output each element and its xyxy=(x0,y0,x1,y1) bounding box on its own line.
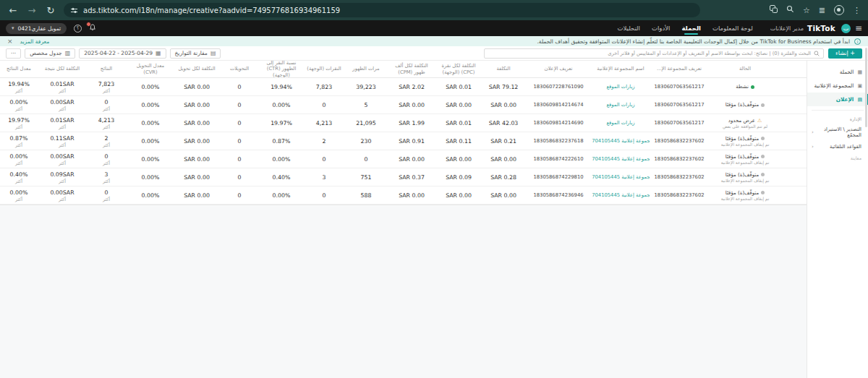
tiktok-ads-manager-screen: ← → ↻ ads.tiktok.com/i18n/manage/creativ… xyxy=(0,0,868,378)
sidebar-tool-item[interactable]: التصدير \ الاستيراد المجمّع‹ xyxy=(807,124,868,141)
ad-group-link[interactable]: مجموعة إعلانية 2704105445 xyxy=(592,192,650,198)
more-link[interactable]: أكثر xyxy=(103,124,110,129)
more-link[interactable]: أكثر xyxy=(15,160,22,166)
site-settings-icon[interactable] xyxy=(71,7,77,14)
cell-results: 0أكثر xyxy=(85,186,127,204)
more-link[interactable]: أكثر xyxy=(15,197,22,202)
adgroup-icon: ▣ xyxy=(857,83,862,89)
cell-results: 4,213أكثر xyxy=(85,114,127,132)
more-link[interactable]: أكثر xyxy=(59,197,66,202)
more-link[interactable]: أكثر xyxy=(15,88,22,93)
more-link[interactable]: أكثر xyxy=(15,106,22,111)
menu-kebab-icon[interactable]: ⋮ xyxy=(853,6,861,15)
translate-icon[interactable] xyxy=(770,5,778,15)
cost-value: SAR 79.12 xyxy=(489,84,519,90)
tab-active[interactable]: الحملة xyxy=(681,21,701,35)
more-link[interactable]: أكثر xyxy=(103,142,110,147)
vertical-scrollbar[interactable] xyxy=(865,48,867,127)
column-header-cost_per_result[interactable]: التكلفة لكل نتيجة xyxy=(39,61,85,77)
toolbar-left-cluster: ▤ مقارنة التواريخ ▦ 2025-04-22 - 2025-04… xyxy=(6,48,221,59)
browser-forward-icon[interactable]: → xyxy=(26,5,38,16)
column-header-ctr[interactable]: نسبة النقر إلى الظهور (CTR) (الوجهة) xyxy=(259,61,304,77)
ad-group-link[interactable]: مجموعة إعلانية 2704105445 xyxy=(592,138,650,144)
cell-cvr: 0.00% xyxy=(127,114,174,132)
hamburger-menu-icon[interactable]: ≡ xyxy=(855,23,862,33)
compare-dates-button[interactable]: ▤ مقارنة التواريخ xyxy=(170,48,221,59)
sidebar-item[interactable]: ▦الحملة xyxy=(807,65,868,79)
column-header-ad_id[interactable]: تعريف الإعلان xyxy=(525,61,592,77)
more-link[interactable]: أكثر xyxy=(15,179,22,184)
search-input[interactable] xyxy=(488,51,811,56)
more-link[interactable]: أكثر xyxy=(59,179,66,184)
table-row[interactable]: 22:54:45 2025-27-0متوقّف(ة) مؤقتًاتم إيق… xyxy=(0,168,868,186)
cell-conversions: 0 xyxy=(220,150,259,168)
column-header-status[interactable]: الحالة xyxy=(709,61,781,77)
tab-item[interactable]: الأدوات xyxy=(652,21,670,35)
ad-group-link[interactable]: زيارات الموقع xyxy=(606,84,634,90)
tab-item[interactable]: التحليلات xyxy=(618,21,640,35)
table-row[interactable]: فئن-3نشطة1830607063561217زيارات الموقع18… xyxy=(0,78,868,96)
column-header-group_name[interactable]: اسم المجموعة الإعلانية xyxy=(592,61,650,77)
ad-group-link[interactable]: مجموعة إعلانية 2704105445 xyxy=(592,156,650,162)
browser-reload-icon[interactable]: ↻ xyxy=(45,5,56,16)
more-link[interactable]: أكثر xyxy=(103,197,110,202)
address-bar[interactable]: ads.tiktok.com/i18n/manage/creative?aadv… xyxy=(64,3,700,17)
ad-group-link[interactable]: زيارات الموقع xyxy=(606,102,634,108)
more-link[interactable]: أكثر xyxy=(59,142,66,147)
column-header-result_rate[interactable]: معدل النتائج xyxy=(0,61,39,77)
more-link[interactable]: أكثر xyxy=(59,160,66,166)
table-row[interactable]: 22:54:45 2025-27-0متوقّف(ة) مؤقتًاتم إيق… xyxy=(0,186,868,205)
sidebar-item[interactable]: ▣المجموعة الإعلانية xyxy=(807,79,868,93)
custom-table-button[interactable]: ▥ جدول مخصص xyxy=(25,48,75,59)
table-toolbar: + إنشاء ▤ مقارنة التواريخ ▦ 2025-04-22 -… xyxy=(0,46,868,61)
column-header-clicks[interactable]: النقرات (الوجهة) xyxy=(304,61,344,77)
tab-item[interactable]: لوحة المعلومات xyxy=(712,21,753,35)
account-switcher[interactable]: تمويل عقاري0421 ▾ xyxy=(6,23,67,34)
table-row[interactable]: 22:54:45 2025-27-0متوقّف(ة) مؤقتًاتم إيق… xyxy=(0,150,868,168)
cell-status: متوقّف(ة) مؤقتًاتم إيقاف المجموعة الإعلا… xyxy=(709,132,781,150)
bookmark-star-icon[interactable]: ☆ xyxy=(803,6,810,15)
learn-more-link[interactable]: معرفة المزيد xyxy=(20,38,50,45)
more-link[interactable]: أكثر xyxy=(103,106,110,111)
column-header-cost_per_conversion[interactable]: التكلفة لكل تحويل xyxy=(174,61,220,77)
clicks-value: 2 xyxy=(323,138,326,145)
cell-ad_id: 1830586874222610 xyxy=(525,150,592,168)
column-header-results[interactable]: النتائج xyxy=(85,61,127,77)
browser-back-icon[interactable]: ← xyxy=(7,5,19,16)
column-header-conversions[interactable]: التحويلات xyxy=(220,61,259,77)
column-header-cvr[interactable]: معدل التحويل (CVR) xyxy=(127,61,174,77)
more-link[interactable]: أكثر xyxy=(15,142,22,147)
column-header-cpm[interactable]: التكلفة لكل ألف ظهور (CPM) xyxy=(388,61,435,77)
more-link[interactable]: أكثر xyxy=(59,88,66,93)
media-list-icon[interactable]: ≣ xyxy=(819,6,825,15)
sidebar-tool-item[interactable]: القواعد التلقائية‹ xyxy=(807,141,868,153)
more-link[interactable]: أكثر xyxy=(103,160,110,166)
column-header-cost[interactable]: التكلفة xyxy=(482,61,525,77)
create-button[interactable]: + إنشاء xyxy=(828,48,862,59)
table-row[interactable]: فئن -2⚠عرض محدودلم تتم الموافقة على بعض1… xyxy=(0,114,868,132)
table-header-row: الحالةتعريف المجموعة الإ...اسم المجموعة … xyxy=(0,61,868,78)
more-link[interactable]: أكثر xyxy=(59,106,66,111)
ad-group-link[interactable]: مجموعة إعلانية 2704105445 xyxy=(592,174,650,180)
table-row[interactable]: فئن-1متوقّف(ة) مؤقتًا1830607063561217زيا… xyxy=(0,96,868,114)
sidebar-item[interactable]: ▤الإعلان xyxy=(807,93,868,106)
notifications-bell-icon[interactable] xyxy=(89,24,96,33)
search-icon[interactable] xyxy=(786,5,794,15)
account-avatar[interactable]: ت xyxy=(841,24,851,33)
banner-close-icon[interactable]: × xyxy=(7,38,13,45)
more-options-button[interactable]: ··· xyxy=(6,48,21,59)
table-row[interactable]: 22:54:45 2025-27-0متوقّف(ة) مؤقتًاتم إيق… xyxy=(0,132,868,150)
column-header-group_id[interactable]: تعريف المجموعة الإ... xyxy=(650,61,709,77)
profile-icon[interactable] xyxy=(834,5,844,15)
date-range-button[interactable]: ▦ 2025-04-22 - 2025-04-29 xyxy=(79,48,166,59)
column-header-cpc[interactable]: التكلفة لكل نقرة (CPC) (الوجهة) xyxy=(435,61,482,77)
more-link[interactable]: أكثر xyxy=(103,179,110,184)
more-link[interactable]: أكثر xyxy=(59,124,66,129)
more-link[interactable]: أكثر xyxy=(15,124,22,129)
help-icon[interactable]: ؟ xyxy=(74,25,82,33)
more-link[interactable]: أكثر xyxy=(103,88,110,93)
ads-table: الحالةتعريف المجموعة الإ...اسم المجموعة … xyxy=(0,61,868,205)
ad-group-link[interactable]: زيارات الموقع xyxy=(606,120,634,126)
search-filter-box[interactable] xyxy=(484,48,824,59)
column-header-impressions[interactable]: مرات الظهور xyxy=(344,61,388,77)
